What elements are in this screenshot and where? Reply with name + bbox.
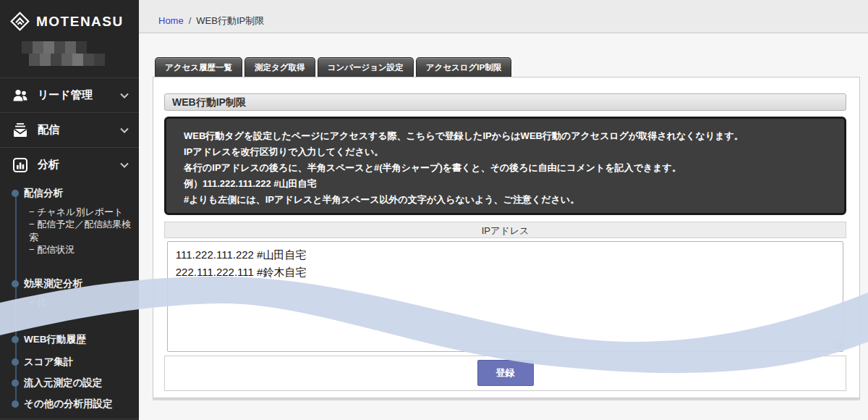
submenu-item-effect-measurement[interactable]: 効果測定分析 — [0, 274, 139, 293]
submenu-label: − チャネル別レポート — [29, 206, 123, 219]
instruction-line: WEB行動タグを設定したページにアクセスする際、こちらで登録したIPからはWEB… — [184, 128, 827, 144]
instruction-line: 各行のIPアドレスの後ろに、半角スペースと#(半角シャープ)を書くと、その後ろに… — [184, 160, 827, 176]
main-content: Home / WEB行動IP制限 アクセス履歴一覧 測定タグ取得 コンバージョン… — [139, 0, 868, 420]
bullet-icon — [12, 358, 19, 366]
breadcrumb: Home / WEB行動IP制限 — [139, 0, 868, 33]
sidebar-item-label: 配信 — [38, 123, 59, 137]
bullet-icon — [12, 280, 19, 287]
motenasu-logo-icon — [10, 12, 30, 31]
instruction-line: #よりも左側には、IPアドレスと半角スペース以外の文字が入らないよう、ご注意くだ… — [184, 192, 827, 208]
tab-bar: アクセス履歴一覧 測定タグ取得 コンバージョン設定 アクセスログIP制限 — [155, 57, 868, 77]
breadcrumb-home-link[interactable]: Home — [158, 15, 184, 26]
resize-grip[interactable] — [834, 341, 842, 349]
breadcrumb-current: WEB行動IP制限 — [196, 14, 264, 28]
ip-textarea-wrapper: 111.222.111.222 #山田自宅 222.111.222.111 #鈴… — [164, 241, 846, 352]
ip-address-textarea[interactable]: 111.222.111.222 #山田自宅 222.111.222.111 #鈴… — [167, 241, 843, 352]
sidebar-item-lead-management[interactable]: リード管理 — [0, 77, 139, 112]
tab-conversion-settings[interactable]: コンバージョン設定 — [318, 57, 414, 77]
sidebar-item-delivery[interactable]: 配信 — [0, 112, 139, 147]
sidebar-item-analysis[interactable]: 分析 — [0, 147, 139, 182]
bar-chart-icon — [12, 156, 29, 174]
instruction-line: 例）111.222.111.222 #山田自宅 — [184, 176, 827, 192]
chevron-down-icon — [120, 162, 129, 168]
chevron-down-icon — [120, 127, 129, 133]
register-button[interactable]: 登録 — [477, 360, 534, 386]
submenu-label: スコア集計 — [24, 356, 73, 369]
bullet-icon — [12, 190, 19, 197]
submenu-label: 配信分析 — [24, 187, 63, 200]
submenu-item-delivery-analysis[interactable]: 配信分析 — [0, 183, 139, 203]
content-panel: WEB行動IP制限 WEB行動タグを設定したページにアクセスする際、こちらで登録… — [153, 77, 860, 398]
submenu-label: 流入元測定の設定 — [24, 377, 102, 390]
submit-row: 登録 — [164, 356, 846, 391]
tab-measurement-tag[interactable]: 測定タグ取得 — [244, 57, 315, 77]
submenu-label: その他の分析用設定 — [24, 398, 112, 411]
user-name-redacted — [22, 41, 139, 66]
instructions-box: WEB行動タグを設定したページにアクセスする際、こちらで登録したIPからはWEB… — [164, 117, 846, 215]
submenu-label: − 配信状況 — [29, 243, 75, 256]
submenu-item-delivery-schedule-search[interactable]: − 配信予定／配信結果検索 — [0, 222, 139, 240]
submenu-item-web-behavior-history[interactable]: WEB行動履歴 — [0, 329, 139, 349]
page-title: WEB行動IP制限 — [164, 93, 846, 111]
bullet-icon — [12, 379, 19, 387]
breadcrumb-separator: / — [189, 15, 192, 26]
tab-access-history[interactable]: アクセス履歴一覧 — [155, 57, 242, 77]
bullet-icon — [12, 336, 19, 343]
logo-text: MOTENASU — [36, 14, 124, 30]
analysis-submenu: 配信分析 − チャネル別レポート − 配信予定／配信結果検索 − 配信状況 効果… — [0, 182, 139, 413]
submenu-item-score-aggregation[interactable]: スコア集計 — [0, 352, 139, 371]
mail-icon — [12, 122, 29, 139]
sidebar-nav: リード管理 配信 分析 — [0, 77, 139, 420]
ip-address-header: IPアドレス — [164, 222, 846, 238]
chevron-down-icon — [120, 93, 129, 98]
submenu-item-other-analysis-settings[interactable]: その他の分析用設定 — [0, 394, 139, 413]
submenu-item-inflow-source-settings[interactable]: 流入元測定の設定 — [0, 373, 139, 392]
sidebar: MOTENASU リード管理 配信 — [0, 0, 139, 420]
submenu-label: 効果測定分析 — [24, 277, 82, 290]
submenu-label: WEB行動履歴 — [24, 333, 86, 346]
sidebar-item-label: 分析 — [38, 158, 59, 172]
bullet-icon — [12, 400, 19, 408]
logo: MOTENASU — [0, 0, 139, 31]
instruction-line: IPアドレスを改行区切りで入力してください。 — [184, 144, 827, 160]
sidebar-item-label: リード管理 — [38, 88, 93, 102]
tab-access-log-ip-restriction[interactable]: アクセスログIP制限 — [416, 57, 511, 77]
submenu-item-delivery-status[interactable]: − 配信状況 — [0, 240, 139, 259]
submenu-item-partial[interactable]: − 代 — [0, 293, 139, 312]
users-icon — [12, 87, 29, 104]
submenu-label: − 代 — [29, 296, 46, 309]
